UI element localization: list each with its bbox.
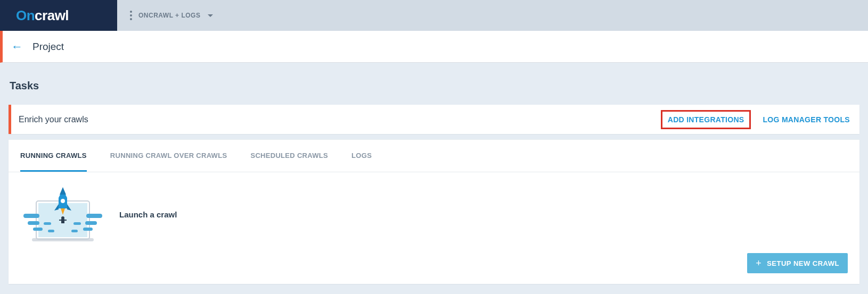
logo-text: Oncrawl xyxy=(16,7,69,24)
crawls-card: RUNNING CRAWLS RUNNING CRAWL OVER CRAWLS… xyxy=(9,139,859,284)
project-selector[interactable]: ONCRAWL + LOGS xyxy=(117,0,213,31)
enrich-card: Enrich your crawls ADD INTEGRATIONS LOG … xyxy=(9,105,859,134)
more-vertical-icon xyxy=(130,11,132,20)
setup-new-crawl-button[interactable]: + SETUP NEW CRAWL xyxy=(747,253,848,273)
enrich-actions: ADD INTEGRATIONS LOG MANAGER TOOLS xyxy=(661,110,850,129)
tab-running-crawl-over-crawls[interactable]: RUNNING CRAWL OVER CRAWLS xyxy=(110,140,227,172)
setup-new-crawl-label: SETUP NEW CRAWL xyxy=(767,259,839,267)
logo[interactable]: Oncrawl xyxy=(0,0,117,31)
svg-rect-10 xyxy=(73,222,81,225)
plus-icon: + xyxy=(756,258,761,268)
svg-rect-8 xyxy=(83,228,93,231)
content-area: Tasks Enrich your crawls ADD INTEGRATION… xyxy=(0,63,868,292)
svg-rect-4 xyxy=(28,221,39,225)
svg-rect-6 xyxy=(86,214,102,218)
log-manager-tools-button[interactable]: LOG MANAGER TOOLS xyxy=(763,115,850,124)
tab-content: Launch a crawl xyxy=(9,172,859,253)
top-bar: Oncrawl ONCRAWL + LOGS xyxy=(0,0,868,31)
back-arrow-icon[interactable]: ← xyxy=(11,41,23,53)
svg-rect-7 xyxy=(85,221,97,225)
project-header: ← Project xyxy=(0,31,868,63)
svg-rect-12 xyxy=(71,230,78,232)
svg-rect-15 xyxy=(61,219,64,223)
launch-row: Launch a crawl xyxy=(20,185,848,243)
add-integrations-button[interactable]: ADD INTEGRATIONS xyxy=(661,110,751,129)
svg-rect-5 xyxy=(33,228,43,231)
section-title: Tasks xyxy=(9,80,859,92)
svg-rect-16 xyxy=(59,220,61,221)
project-selector-label: ONCRAWL + LOGS xyxy=(138,12,200,19)
svg-rect-9 xyxy=(44,222,51,225)
rocket-laptop-icon xyxy=(20,185,105,243)
svg-point-13 xyxy=(61,199,65,203)
svg-rect-11 xyxy=(48,230,54,232)
tab-logs[interactable]: LOGS xyxy=(351,140,372,172)
card-footer: + SETUP NEW CRAWL xyxy=(9,253,859,284)
page-title: Project xyxy=(32,41,64,53)
svg-rect-3 xyxy=(23,214,39,218)
launch-crawl-label: Launch a crawl xyxy=(119,210,177,219)
svg-rect-17 xyxy=(64,220,67,221)
enrich-label: Enrich your crawls xyxy=(19,115,88,124)
tab-scheduled-crawls[interactable]: SCHEDULED CRAWLS xyxy=(250,140,328,172)
tab-running-crawls[interactable]: RUNNING CRAWLS xyxy=(20,140,87,172)
chevron-down-icon xyxy=(208,14,213,17)
tabs: RUNNING CRAWLS RUNNING CRAWL OVER CRAWLS… xyxy=(9,140,859,172)
